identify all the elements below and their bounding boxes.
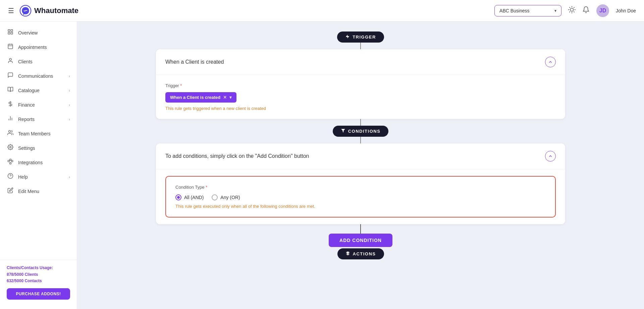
sidebar: Overview Appointments Clients Communicat… <box>0 21 77 309</box>
help-icon <box>7 173 14 181</box>
sidebar-item-edit-menu[interactable]: Edit Menu <box>0 184 77 198</box>
clients-usage: 878/5000 Clients <box>7 271 70 278</box>
trigger-collapse-button[interactable] <box>545 57 556 67</box>
sidebar-item-edit-menu-label: Edit Menu <box>18 189 39 194</box>
svg-marker-36 <box>341 129 345 133</box>
usage-label: Clients/Contacts Usage: <box>7 265 70 270</box>
svg-rect-10 <box>8 29 10 31</box>
sidebar-item-clients-label: Clients <box>18 59 33 64</box>
actions-badge-icon <box>345 251 350 257</box>
clients-icon <box>7 58 14 65</box>
avatar[interactable]: JD <box>596 4 609 17</box>
radio-any-option[interactable]: Any (OR) <box>212 194 240 200</box>
sidebar-item-catalogue[interactable]: Catalogue ‹ <box>0 83 77 98</box>
appointments-icon <box>7 43 14 51</box>
trigger-tag-remove[interactable]: ✕ <box>223 95 227 100</box>
sidebar-item-settings[interactable]: Settings <box>0 141 77 155</box>
required-star: * <box>180 83 182 88</box>
svg-line-9 <box>574 7 574 8</box>
sidebar-item-communications-label: Communications <box>18 73 53 79</box>
condition-required-star: * <box>206 185 207 190</box>
svg-rect-11 <box>11 29 13 31</box>
sidebar-item-catalogue-label: Catalogue <box>18 88 40 93</box>
svg-point-23 <box>9 130 11 132</box>
logo-text: Whautomate <box>34 6 78 15</box>
sidebar-item-overview-label: Overview <box>18 30 38 36</box>
condition-type-section: Condition Type * All (AND) Any (OR) This… <box>165 176 556 218</box>
sidebar-item-overview[interactable]: Overview <box>0 25 77 40</box>
catalogue-chevron: ‹ <box>69 88 70 92</box>
add-condition-button[interactable]: ADD CONDITION <box>329 234 392 247</box>
avatar-initials: JD <box>599 8 606 14</box>
sidebar-item-integrations-label: Integrations <box>18 160 43 165</box>
contacts-usage: 632/5000 Contacts <box>7 278 70 284</box>
business-selector[interactable]: ABC Business ▾ <box>494 5 561 16</box>
edit-menu-icon <box>7 187 14 195</box>
svg-rect-14 <box>8 44 13 49</box>
business-selector-chevron: ▾ <box>554 8 556 13</box>
bell-icon[interactable] <box>582 6 590 15</box>
svg-point-24 <box>10 146 11 148</box>
conditions-badge-icon <box>341 128 345 134</box>
menu-icon[interactable]: ☰ <box>8 7 14 15</box>
finance-icon <box>7 101 14 109</box>
app-header: ☰ Whautomate ABC Business ▾ <box>0 0 644 21</box>
trigger-tag: When a Client is created ✕ ▾ <box>165 92 236 103</box>
conditions-collapse-button[interactable] <box>545 151 556 162</box>
sidebar-item-team-members-label: Team Members <box>18 131 50 136</box>
sidebar-item-reports[interactable]: Reports ‹ <box>0 112 77 126</box>
conditions-card-title: To add conditions, simply click on the "… <box>165 153 309 159</box>
trigger-tag-text: When a Client is created <box>170 95 220 100</box>
conditions-badge-label: CONDITIONS <box>348 129 381 134</box>
logo[interactable]: Whautomate <box>19 5 78 17</box>
conditions-badge: CONDITIONS <box>333 126 389 137</box>
svg-rect-28 <box>10 163 11 164</box>
overview-icon <box>7 29 14 37</box>
sidebar-item-finance-label: Finance <box>18 102 35 108</box>
trigger-description: This rule gets triggered when a new clie… <box>165 106 556 111</box>
sidebar-item-communications[interactable]: Communications ‹ <box>0 69 77 83</box>
logo-svg <box>19 5 32 17</box>
svg-marker-35 <box>346 35 350 39</box>
help-chevron: ‹ <box>69 175 70 179</box>
trigger-card-header: When a Client is created <box>156 49 565 75</box>
radio-any-circle <box>212 194 218 200</box>
business-name-label: ABC Business <box>499 8 529 13</box>
svg-rect-12 <box>8 33 10 34</box>
sidebar-item-help-label: Help <box>18 174 28 180</box>
integrations-icon <box>7 159 14 166</box>
purchase-addons-button[interactable]: PURCHASE ADDONS! <box>7 288 70 300</box>
trigger-badge-icon <box>345 34 350 40</box>
radio-all-circle <box>175 194 181 200</box>
conditions-card-header: To add conditions, simply click on the "… <box>156 143 565 169</box>
svg-point-1 <box>570 8 573 11</box>
main-content: TRIGGER When a Client is created Trigger… <box>77 21 644 309</box>
trigger-tag-chevron[interactable]: ▾ <box>229 95 232 100</box>
reports-icon <box>7 115 14 123</box>
svg-line-5 <box>574 12 574 12</box>
lightbulb-icon[interactable] <box>568 6 576 15</box>
radio-all-label: All (AND) <box>184 195 204 200</box>
sidebar-item-appointments[interactable]: Appointments <box>0 40 77 54</box>
actions-badge: ACTIONS <box>337 248 384 259</box>
conditions-card: To add conditions, simply click on the "… <box>156 143 565 224</box>
sidebar-item-reports-label: Reports <box>18 117 35 122</box>
reports-chevron: ‹ <box>69 117 70 121</box>
svg-rect-27 <box>10 159 11 161</box>
sidebar-item-clients[interactable]: Clients <box>0 54 77 69</box>
team-members-icon <box>7 130 14 137</box>
user-name-label: John Doe <box>616 8 636 13</box>
finance-chevron: ‹ <box>69 103 70 107</box>
condition-type-label: Condition Type * <box>175 185 546 190</box>
sidebar-item-integrations[interactable]: Integrations <box>0 155 77 170</box>
svg-rect-26 <box>11 160 13 162</box>
header-left: ☰ Whautomate <box>8 5 78 17</box>
sidebar-bottom: Clients/Contacts Usage: 878/5000 Clients… <box>0 260 77 305</box>
sidebar-item-team-members[interactable]: Team Members <box>0 126 77 141</box>
svg-rect-25 <box>8 160 10 162</box>
sidebar-item-finance[interactable]: Finance ‹ <box>0 98 77 112</box>
connector-3 <box>360 137 361 143</box>
svg-line-4 <box>570 7 570 8</box>
radio-all-option[interactable]: All (AND) <box>175 194 204 200</box>
sidebar-item-help[interactable]: Help ‹ <box>0 170 77 184</box>
